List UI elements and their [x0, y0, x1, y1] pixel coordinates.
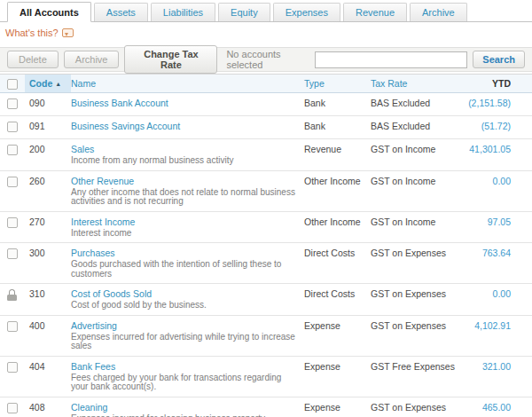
- whats-this-link[interactable]: What's this?: [5, 28, 59, 38]
- delete-button[interactable]: Delete: [7, 51, 59, 68]
- account-description: Fees charged by your bank for transactio…: [71, 374, 295, 392]
- account-ytd-link[interactable]: (51.72): [481, 122, 511, 131]
- account-type: Expense: [304, 321, 340, 331]
- row-select-cell: [0, 212, 25, 234]
- lock-icon: [7, 289, 17, 301]
- header-code-label: Code: [29, 78, 52, 89]
- account-name-link[interactable]: Interest Income: [71, 217, 135, 227]
- account-tax-rate: GST on Expenses: [371, 248, 446, 258]
- row-select-cell: [0, 284, 25, 307]
- header-code[interactable]: Code▲: [25, 75, 71, 92]
- row-checkbox[interactable]: [7, 403, 18, 413]
- account-type: Direct Costs: [304, 248, 355, 258]
- row-checkbox[interactable]: [7, 362, 18, 373]
- account-description: Goods purchased with the intention of se…: [71, 260, 295, 279]
- account-description: Expenses incurred for cleaning business …: [71, 414, 295, 417]
- account-type: Expense: [304, 403, 340, 413]
- account-name-link[interactable]: Bank Fees: [71, 362, 115, 372]
- account-code: 408: [29, 403, 45, 413]
- account-ytd-link[interactable]: 97.05: [488, 217, 511, 227]
- account-description: Expenses incurred for advertising while …: [71, 333, 295, 351]
- archive-button[interactable]: Archive: [64, 51, 120, 68]
- account-name-link[interactable]: Purchases: [71, 248, 115, 258]
- table-row: 200 Sales Income from any normal busines…: [0, 139, 532, 171]
- account-tax-rate: GST on Income: [371, 145, 435, 154]
- account-type: Direct Costs: [304, 289, 355, 299]
- account-name-link[interactable]: Sales: [71, 145, 94, 154]
- tab-expenses[interactable]: Expenses: [273, 3, 340, 21]
- account-tax-rate: GST on Income: [371, 217, 435, 227]
- row-select-cell: [0, 243, 25, 265]
- header-name[interactable]: Name: [71, 75, 304, 92]
- account-name-link[interactable]: Business Bank Account: [71, 98, 168, 108]
- account-name-link[interactable]: Cost of Goods Sold: [71, 289, 152, 299]
- speech-bubble-icon[interactable]: [62, 28, 74, 37]
- account-code: 270: [29, 217, 45, 227]
- account-type: Revenue: [304, 145, 341, 154]
- row-checkbox[interactable]: [7, 177, 18, 187]
- account-tax-rate: GST Free Expenses: [371, 362, 455, 372]
- tab-revenue[interactable]: Revenue: [343, 3, 407, 21]
- accounts-table: Code▲ Name Type Tax Rate YTD 090 Busines…: [0, 74, 532, 417]
- account-tax-rate: GST on Expenses: [371, 321, 446, 331]
- table-row: 090 Business Bank Account Bank BAS Exclu…: [0, 93, 532, 116]
- row-checkbox[interactable]: [7, 122, 18, 132]
- row-checkbox[interactable]: [7, 145, 18, 155]
- table-row: 260 Other Revenue Any other income that …: [0, 171, 532, 212]
- row-checkbox[interactable]: [7, 321, 18, 332]
- account-type: Expense: [304, 362, 340, 372]
- account-type: Other Income: [304, 177, 361, 186]
- header-type[interactable]: Type: [304, 75, 371, 92]
- tab-liabilities[interactable]: Liabilities: [151, 3, 215, 21]
- tab-assets[interactable]: Assets: [94, 3, 148, 21]
- account-ytd-link[interactable]: 763.64: [482, 248, 511, 258]
- account-name-link[interactable]: Business Savings Account: [71, 122, 180, 131]
- account-ytd-link[interactable]: 0.00: [493, 177, 511, 186]
- row-checkbox[interactable]: [7, 217, 18, 228]
- tab-archive[interactable]: Archive: [410, 3, 467, 21]
- account-code: 091: [29, 122, 45, 131]
- row-select-cell: [0, 93, 25, 115]
- search-group: Search: [315, 51, 525, 68]
- search-input[interactable]: [315, 51, 467, 68]
- account-name-link[interactable]: Cleaning: [71, 403, 107, 413]
- change-tax-rate-button[interactable]: Change Tax Rate: [124, 45, 217, 74]
- account-ytd-link[interactable]: (2,151.58): [468, 98, 511, 108]
- row-select-cell: [0, 316, 25, 338]
- account-ytd-link[interactable]: 321.00: [482, 362, 511, 372]
- table-row: 404 Bank Fees Fees charged by your bank …: [0, 357, 532, 397]
- whats-this-row: What's this?: [0, 22, 532, 42]
- row-checkbox[interactable]: [7, 248, 18, 259]
- account-ytd-link[interactable]: 465.00: [482, 403, 511, 413]
- row-select-cell: [0, 171, 25, 193]
- account-ytd-link[interactable]: 41,301.05: [469, 145, 511, 154]
- tab-all-accounts[interactable]: All Accounts: [7, 2, 91, 22]
- account-type: Bank: [304, 98, 325, 108]
- account-code: 300: [29, 248, 45, 258]
- account-tax-rate: GST on Income: [371, 177, 435, 186]
- account-description: Interest income: [71, 229, 295, 239]
- table-row: 091 Business Savings Account Bank BAS Ex…: [0, 116, 532, 139]
- row-checkbox[interactable]: [7, 98, 18, 109]
- search-button[interactable]: Search: [473, 51, 525, 68]
- account-code: 404: [29, 362, 45, 372]
- account-tax-rate: BAS Excluded: [371, 98, 430, 108]
- header-tax-rate[interactable]: Tax Rate: [371, 75, 464, 92]
- table-header-row: Code▲ Name Type Tax Rate YTD: [0, 75, 532, 93]
- row-select-cell: [0, 116, 25, 138]
- table-row: 310 Cost of Goods Sold Cost of good sold…: [0, 284, 532, 316]
- table-row: 300 Purchases Goods purchased with the i…: [0, 243, 532, 284]
- account-tax-rate: BAS Excluded: [371, 122, 430, 131]
- select-all-checkbox[interactable]: [7, 79, 18, 90]
- account-ytd-link[interactable]: 0.00: [493, 289, 511, 299]
- table-row: 400 Advertising Expenses incurred for ad…: [0, 316, 532, 357]
- tab-bar: All AccountsAssetsLiabilitiesEquityExpen…: [0, 2, 532, 22]
- row-select-cell: [0, 139, 25, 161]
- tab-equity[interactable]: Equity: [218, 3, 270, 21]
- account-ytd-link[interactable]: 4,102.91: [474, 321, 511, 331]
- account-name-link[interactable]: Advertising: [71, 321, 117, 331]
- account-type: Other Income: [304, 217, 361, 227]
- row-select-cell: [0, 397, 25, 417]
- account-name-link[interactable]: Other Revenue: [71, 177, 134, 186]
- header-ytd[interactable]: YTD: [464, 75, 532, 92]
